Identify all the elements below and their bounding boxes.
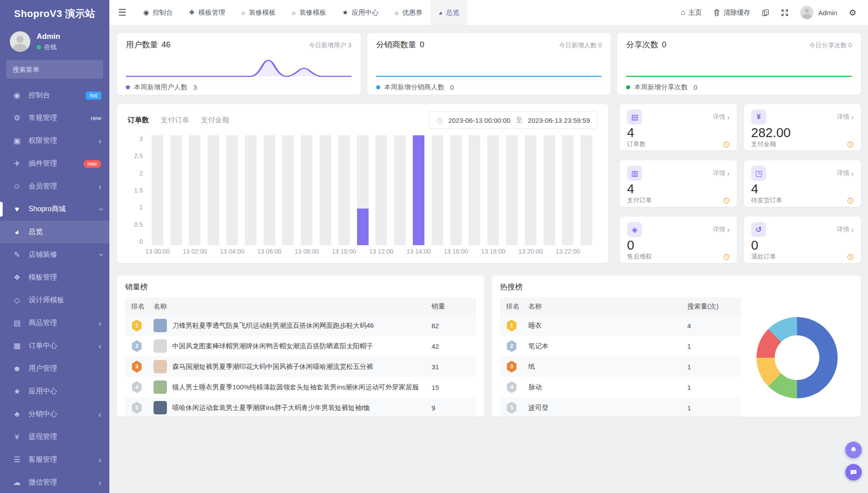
sidebar-item-distribution[interactable]: ♣ 分销中心 ‹ (0, 403, 109, 426)
product-thumbnail (154, 401, 167, 414)
sidebar-item-plugin[interactable]: ✈ 插件管理 new (0, 152, 109, 175)
sidebar-item-goods[interactable]: ▤ 商品管理 ‹ (0, 312, 109, 334)
user-menu[interactable]: Admin (800, 6, 837, 19)
search-input[interactable] (6, 66, 103, 73)
sales-count: 62 (432, 322, 476, 330)
tab-paid-orders[interactable]: 支付订单 (161, 116, 189, 125)
overview-pie-icon: ◕ (438, 9, 442, 17)
expand-icon (781, 9, 789, 17)
stat-label: 待发货订单 (751, 196, 782, 205)
template-icon: ❖ (189, 8, 195, 17)
tab-decor-template-2[interactable]: ○ 装修模板 (284, 0, 334, 25)
sidebar-item-dashboard[interactable]: ◉ 控制台 hot (0, 84, 109, 107)
tab-decor-template-1[interactable]: ○ 装修模板 (233, 0, 284, 25)
fullscreen-button[interactable] (781, 9, 789, 17)
app-window: ShoproV3 演示站 Admin 在线 ◉ 控制台 hot (0, 0, 868, 493)
detail-link[interactable]: 详情› (837, 169, 854, 177)
x-tick-label: 13 10:00 (325, 248, 363, 259)
sidebar-item-order-center[interactable]: ▦ 订单中心 ‹ (0, 334, 109, 357)
detail-link[interactable]: 详情› (837, 113, 854, 121)
sidebar-item-member[interactable]: ☺ 会员管理 ‹ (0, 175, 109, 198)
tab-app-center[interactable]: ★ 应用中心 (334, 0, 386, 25)
svg-text:文: 文 (765, 10, 768, 13)
tab-order-count[interactable]: 订单数 (128, 116, 149, 125)
sidebar-item-app-center[interactable]: ★ 应用中心 (0, 380, 109, 403)
sidebar-item-template-mgmt[interactable]: ❖ 模板管理 (0, 266, 109, 289)
tab-template-mgmt[interactable]: ❖ 模板管理 (181, 0, 233, 25)
card-value: 0 (662, 40, 666, 50)
settings-gear-icon[interactable]: ⚙ (849, 8, 856, 18)
user-avatar[interactable] (10, 31, 30, 52)
order-count-mini-card[interactable]: ▤ 详情› 4 订单数 (620, 104, 737, 150)
table-row[interactable]: 2 笔记本 1 (500, 336, 741, 356)
rank-medal-bronze: 3 (506, 361, 517, 373)
notification-bell-button[interactable] (845, 442, 862, 458)
product-thumbnail (154, 380, 167, 394)
order-bar-chart: 32.521.510.50 13 00:0013 02:0013 04:0013… (128, 135, 598, 259)
date-end: 2023-06-13 23:59:59 (528, 117, 590, 124)
sidebar-item-customer-service[interactable]: ☰ 客服管理 ‹ (0, 448, 109, 471)
product-name: 刀锋男鞋夏季透气防臭飞织运动鞋男潮流百搭休闲网面跑步鞋大码46 (172, 322, 381, 330)
new-badge-red: new (83, 160, 101, 168)
paid-amount-mini-card[interactable]: ¥ 详情› 282.00 支付金额 (744, 104, 861, 150)
table-row[interactable]: 3 纸 1 (500, 356, 741, 377)
product-name: 森马国潮短裤男夏季潮印花大码中国风裤子休闲嘻哈潮流宽松五分裤 (172, 363, 380, 371)
clear-cache-button[interactable]: 清除缓存 (713, 8, 750, 17)
detail-link[interactable]: 详情› (713, 113, 730, 121)
sidebar-item-wechat[interactable]: ☁ 微信管理 ‹ (0, 471, 109, 493)
x-tick-label: 13 22:00 (549, 248, 586, 259)
sidebar: ShoproV3 演示站 Admin 在线 ◉ 控制台 hot (0, 0, 109, 493)
sidebar-item-withdraw[interactable]: ¥ 提现管理 (0, 426, 109, 448)
table-row[interactable]: 2 中国风龙图案棒球帽男潮牌休闲鸭舌帽女潮流百搭防晒遮阳太阳帽子 42 (125, 336, 476, 356)
sales-count: 9 (432, 404, 476, 412)
card-title: 分销商数量 (376, 39, 416, 50)
table-row[interactable]: 3 森马国潮短裤男夏季潮印花大码中国风裤子休闲嘻哈潮流宽松五分裤 31 (125, 356, 476, 377)
refund-orders-mini-card[interactable]: ↺ 详情› 0 退款订单 (744, 217, 861, 263)
home-link[interactable]: ⌂ 主页 (681, 8, 702, 17)
hot-badge: hot (86, 92, 101, 100)
keyword: 睡衣 (528, 322, 687, 330)
tab-coupon[interactable]: ○ 优惠券 (386, 0, 430, 25)
to-ship-orders-mini-card[interactable]: ◳ 详情› 4 待发货订单 (744, 160, 861, 207)
table-row[interactable]: 1 睡衣 4 (500, 315, 741, 336)
chevron-left-icon: ‹ (99, 182, 101, 191)
rank-medal-silver: 2 (131, 340, 142, 352)
table-row[interactable]: 5 波司登 1 (500, 397, 741, 417)
table-row[interactable]: 4 猫人男士睡衣男夏季100%纯棉薄款圆领套头短袖套装男ins潮休闲运动可外穿家… (125, 377, 476, 397)
product-name: 中国风龙图案棒球帽男潮牌休闲鸭舌帽女潮流百搭防晒遮阳太阳帽子 (172, 342, 380, 351)
date-range-picker[interactable]: ◷ 2023-06-13 00:00:00 至 2023-06-13 23:59… (429, 111, 598, 129)
chevron-down-icon: ‹ (96, 253, 104, 256)
tab-paid-amount[interactable]: 支付金额 (201, 116, 229, 125)
card-value: 0 (420, 40, 424, 50)
table-row[interactable]: 1 刀锋男鞋夏季透气防臭飞织运动鞋男潮流百搭休闲网面跑步鞋大码46 62 (125, 315, 476, 336)
chevron-down-icon: ‹ (96, 208, 104, 210)
tab-overview[interactable]: ◕ 总览 (430, 0, 467, 25)
new-badge: new (91, 115, 101, 121)
chat-button[interactable] (845, 464, 862, 480)
distributor-trend-sparkline (376, 51, 602, 79)
stat-label: 订单数 (627, 140, 646, 148)
table-row[interactable]: 5 嘻哈休闲运动套装男士夏季潮牌ins胖子大码青少年男装短裤短袖t恤 9 (125, 397, 476, 417)
menu-toggle-button[interactable]: ☰ (109, 0, 135, 25)
tab-dashboard[interactable]: ◉ 控制台 (135, 0, 181, 25)
sidebar-item-store-decoration[interactable]: ✎ 店铺装修 ‹ (0, 243, 109, 266)
detail-link[interactable]: 详情› (713, 226, 730, 234)
today-stat: 今日新增人数 0 (559, 42, 602, 50)
sidebar-item-user-mgmt[interactable]: ☻ 用户管理 (0, 357, 109, 380)
user-status: 在线 (37, 43, 60, 51)
sales-count: 42 (432, 343, 476, 350)
language-switch-button[interactable]: 文 (762, 9, 769, 17)
chevron-right-icon: › (727, 226, 730, 234)
sidebar-item-general[interactable]: ⚙ 常规管理 new (0, 107, 109, 130)
detail-link[interactable]: 详情› (713, 169, 730, 177)
sidebar-item-designer-template[interactable]: ◇ 设计师模板 (0, 289, 109, 312)
sidebar-item-overview[interactable]: ◕ 总览 (0, 221, 109, 243)
circle-icon: ○ (395, 9, 399, 17)
rank-medal-bronze: 3 (131, 361, 142, 373)
table-row[interactable]: 4 脉动 1 (500, 377, 741, 397)
sidebar-item-permission[interactable]: ▣ 权限管理 ‹ (0, 130, 109, 152)
detail-link[interactable]: 详情› (837, 226, 854, 234)
after-sale-mini-card[interactable]: ◈ 详情› 0 售后维权 (620, 217, 737, 263)
sidebar-item-shopro-mall[interactable]: ♥ Shopro商城 ‹ (0, 198, 109, 221)
paid-orders-mini-card[interactable]: ▥ 详情› 4 支付订单 (620, 160, 737, 207)
